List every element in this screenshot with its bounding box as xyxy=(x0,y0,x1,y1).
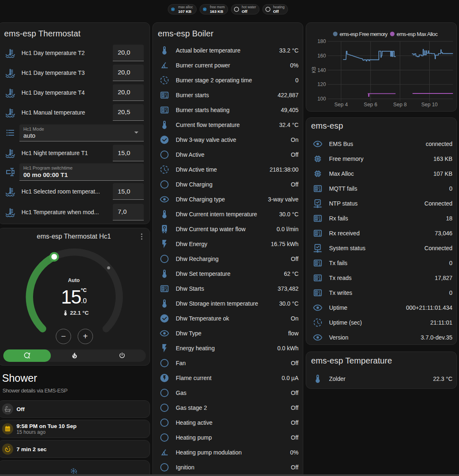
svg-text:ems-esp Max Alloc: ems-esp Max Alloc xyxy=(397,31,438,37)
svg-text:KB: KB xyxy=(311,66,317,73)
svg-text:180: 180 xyxy=(317,38,326,44)
svg-text:160: 160 xyxy=(317,53,326,58)
svg-text:Sep 4: Sep 4 xyxy=(334,102,348,108)
svg-text:Sep 6: Sep 6 xyxy=(364,102,377,108)
svg-text:ems-esp Free memory: ems-esp Free memory xyxy=(340,31,388,37)
svg-text:100: 100 xyxy=(317,96,326,102)
svg-text:Sep 10: Sep 10 xyxy=(421,102,438,108)
svg-text:120: 120 xyxy=(317,81,326,87)
svg-text:140: 140 xyxy=(317,67,326,73)
svg-text:Sep 8: Sep 8 xyxy=(393,102,407,108)
